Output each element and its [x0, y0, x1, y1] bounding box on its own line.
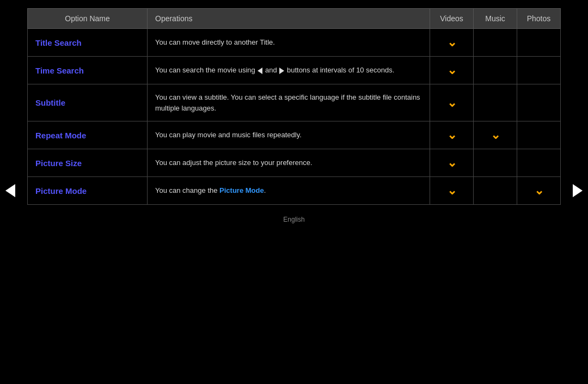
music-cell [474, 29, 517, 57]
music-cell [474, 149, 517, 177]
operations-cell: You can view a subtitle. You can select … [148, 84, 430, 121]
photos-cell [517, 29, 561, 57]
nav-arrow-right[interactable] [573, 184, 583, 200]
operations-cell: You can adjust the picture size to your … [148, 149, 430, 177]
highlighted-text: Picture Mode [219, 186, 264, 194]
option-name-cell: Repeat Mode [28, 121, 148, 149]
photos-cell [517, 57, 561, 84]
videos-cell: ⌄ [430, 57, 474, 84]
table-row: Title SearchYou can move directly to ano… [28, 29, 561, 57]
operations-cell: You can move directly to another Title. [148, 29, 430, 57]
table-header-row: Option Name Operations Videos Music Phot… [28, 9, 561, 29]
table-row: SubtitleYou can view a subtitle. You can… [28, 84, 561, 121]
footer-language: English [27, 216, 561, 223]
col-header-photos: Photos [517, 9, 561, 29]
music-cell [474, 57, 517, 84]
table-row: Picture ModeYou can change the Picture M… [28, 177, 561, 205]
option-name-cell: Subtitle [28, 84, 148, 121]
option-name-cell: Picture Mode [28, 177, 148, 205]
option-name-cell: Time Search [28, 57, 148, 84]
videos-cell: ⌄ [430, 177, 474, 205]
col-header-operations: Operations [148, 9, 430, 29]
col-header-music: Music [474, 9, 517, 29]
operations-cell: You can search the movie using and butto… [148, 57, 430, 84]
checkmark-music-icon: ⌄ [491, 128, 500, 142]
checkmark-videos-icon: ⌄ [447, 156, 457, 169]
left-arrow-icon [258, 68, 262, 74]
photos-cell: ⌄ [517, 177, 561, 205]
videos-cell: ⌄ [430, 149, 474, 177]
photos-cell [517, 84, 561, 121]
checkmark-videos-icon: ⌄ [447, 35, 457, 49]
music-cell [474, 177, 517, 205]
checkmark-photos-icon: ⌄ [534, 184, 544, 197]
photos-cell [517, 121, 561, 149]
music-cell [474, 84, 517, 121]
music-cell: ⌄ [474, 121, 517, 149]
operations-cell: You can change the Picture Mode. [148, 177, 430, 205]
options-table: Option Name Operations Videos Music Phot… [27, 8, 561, 205]
table-row: Time SearchYou can search the movie usin… [28, 57, 561, 84]
option-name-cell: Picture Size [28, 149, 148, 177]
col-header-option: Option Name [28, 9, 148, 29]
checkmark-videos-icon: ⌄ [447, 184, 457, 197]
col-header-videos: Videos [430, 9, 474, 29]
videos-cell: ⌄ [430, 121, 474, 149]
checkmark-videos-icon: ⌄ [447, 128, 457, 142]
photos-cell [517, 149, 561, 177]
table-row: Picture SizeYou can adjust the picture s… [28, 149, 561, 177]
videos-cell: ⌄ [430, 84, 474, 121]
checkmark-videos-icon: ⌄ [447, 63, 457, 77]
main-container: Option Name Operations Videos Music Phot… [0, 0, 588, 223]
nav-arrow-left[interactable] [5, 184, 15, 200]
operations-cell: You can play movie and music files repea… [148, 121, 430, 149]
table-row: Repeat ModeYou can play movie and music … [28, 121, 561, 149]
right-arrow-icon [279, 68, 284, 74]
option-name-cell: Title Search [28, 29, 148, 57]
checkmark-videos-icon: ⌄ [447, 96, 457, 109]
videos-cell: ⌄ [430, 29, 474, 57]
